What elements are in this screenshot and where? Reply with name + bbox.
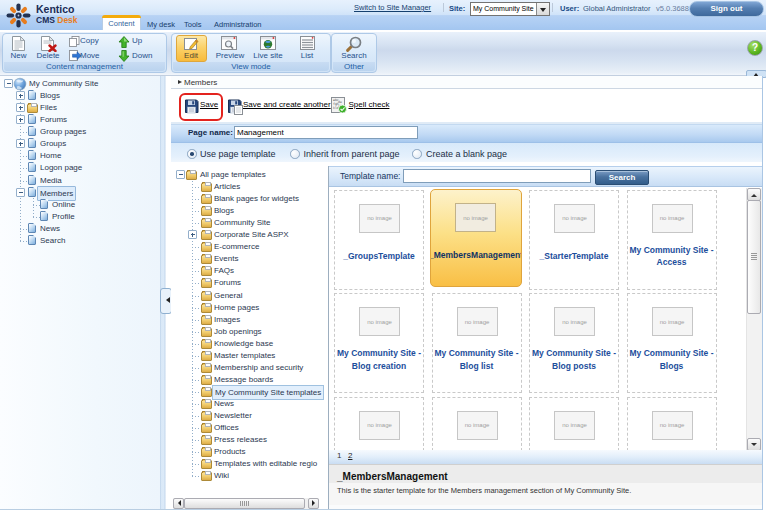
- svg-text:klm: klm: [333, 106, 339, 110]
